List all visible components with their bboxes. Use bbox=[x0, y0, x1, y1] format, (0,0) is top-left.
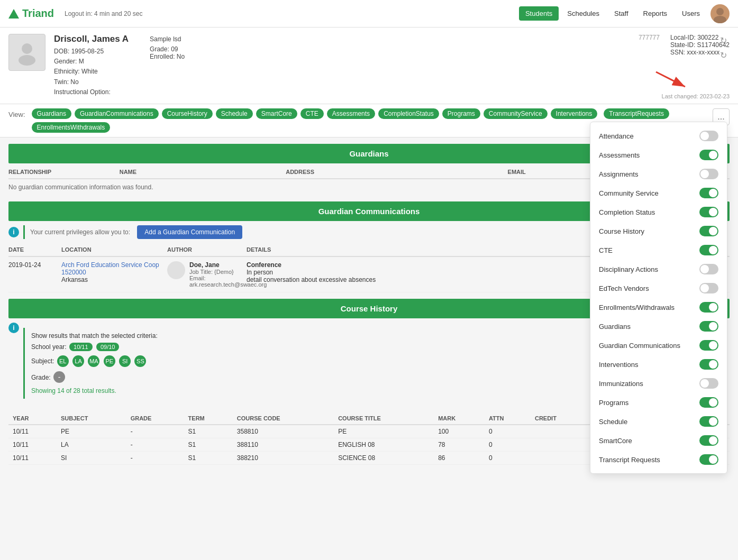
dropdown-item-interventions[interactable]: Interventions bbox=[590, 355, 727, 374]
dropdown-item-programs[interactable]: Programs bbox=[590, 393, 727, 412]
dropdown-item-immunizations[interactable]: Immunizations bbox=[590, 374, 727, 393]
tag-completion-status[interactable]: CompletionStatus bbox=[378, 108, 439, 119]
toggle-course-history[interactable] bbox=[699, 226, 718, 236]
dropdown-item-community-service[interactable]: Community Service bbox=[590, 183, 727, 203]
nav-staff[interactable]: Staff bbox=[608, 6, 635, 21]
row-mark-2: 86 bbox=[434, 451, 485, 464]
add-guardian-comm-button[interactable]: Add a Guardian Communication bbox=[137, 225, 242, 239]
row-grade-2: - bbox=[126, 451, 184, 464]
row-term-0: S1 bbox=[184, 425, 233, 438]
col-attn: Attn bbox=[485, 412, 531, 425]
dropdown-label-assessments: Assessments bbox=[599, 151, 640, 159]
nav-schedules[interactable]: Schedules bbox=[561, 6, 606, 21]
subject-la[interactable]: LA bbox=[72, 355, 84, 367]
dropdown-label-community-service: Community Service bbox=[599, 189, 659, 197]
school-year-badge-1[interactable]: 10/11 bbox=[69, 343, 93, 351]
profile-photo bbox=[8, 34, 45, 71]
toggle-enrollments[interactable] bbox=[699, 302, 718, 313]
tag-community-service[interactable]: CommunityService bbox=[484, 108, 548, 119]
subject-ss[interactable]: SS bbox=[134, 355, 146, 367]
row-year-2: 10/11 bbox=[8, 451, 57, 464]
nav-reports[interactable]: Reports bbox=[637, 6, 674, 21]
dropdown-item-completion-status[interactable]: Completion Status bbox=[590, 203, 727, 222]
dropdown-item-cte[interactable]: CTE bbox=[590, 241, 727, 260]
refresh-button-1[interactable]: ↻ bbox=[717, 34, 730, 47]
tag-schedule[interactable]: Schedule bbox=[216, 108, 253, 119]
comm-location-link[interactable]: Arch Ford Education Service Coop bbox=[61, 261, 159, 269]
subject-si[interactable]: SI bbox=[119, 355, 131, 367]
comm-col-date: Date bbox=[8, 246, 61, 253]
top-bar: Triand Logout in: 4 min and 20 sec Stude… bbox=[0, 0, 738, 27]
grade-label: Grade: bbox=[31, 374, 51, 381]
toggle-transcript-requests[interactable] bbox=[699, 454, 718, 465]
toggle-community-service[interactable] bbox=[699, 188, 718, 198]
toggle-interventions[interactable] bbox=[699, 359, 718, 370]
dropdown-item-enrollments[interactable]: Enrollments/Withdrawals bbox=[590, 298, 727, 317]
dropdown-item-transcript-requests[interactable]: Transcript Requests bbox=[590, 450, 727, 469]
tag-programs[interactable]: Programs bbox=[442, 108, 480, 119]
nav-users[interactable]: Users bbox=[676, 6, 706, 21]
comm-location: Arch Ford Education Service Coop 1520000… bbox=[61, 261, 167, 283]
guardians-col-relationship: Relationship bbox=[8, 169, 120, 175]
logo-text: Triand bbox=[22, 7, 54, 20]
row-grade-1: - bbox=[126, 438, 184, 451]
tag-transcript-requests[interactable]: TranscriptRequests bbox=[604, 108, 669, 119]
comm-col-author: Author bbox=[167, 246, 247, 253]
dropdown-item-disciplinary-actions[interactable]: Disciplinary Actions bbox=[590, 260, 727, 279]
dropdown-item-guardian-comms[interactable]: Guardian Communications bbox=[590, 336, 727, 355]
dropdown-item-attendance[interactable]: Attendance bbox=[590, 126, 727, 145]
dropdown-item-guardians[interactable]: Guardians bbox=[590, 317, 727, 336]
toggle-assessments[interactable] bbox=[699, 150, 718, 160]
subject-el[interactable]: EL bbox=[57, 355, 69, 367]
tag-guardians[interactable]: Guardians bbox=[32, 108, 71, 119]
subject-ma[interactable]: MA bbox=[88, 355, 99, 367]
avatar[interactable] bbox=[710, 4, 730, 23]
col-subject: Subject bbox=[57, 412, 126, 425]
grade-badge[interactable]: - bbox=[53, 371, 65, 383]
dropdown-label-transcript-requests: Transcript Requests bbox=[599, 456, 660, 464]
dropdown-label-disciplinary-actions: Disciplinary Actions bbox=[599, 265, 658, 273]
dropdown-item-course-history[interactable]: Course History bbox=[590, 222, 727, 241]
toggle-edtech-vendors[interactable] bbox=[699, 283, 718, 293]
profile-bar: Driscoll, James A DOB: 1995-08-25 Gender… bbox=[0, 27, 738, 104]
toggle-smartcore[interactable] bbox=[699, 435, 718, 446]
toggle-guardian-comms[interactable] bbox=[699, 340, 718, 351]
col-year: Year bbox=[8, 412, 57, 425]
row-mark-1: 78 bbox=[434, 438, 485, 451]
dropdown-item-assessments[interactable]: Assessments bbox=[590, 145, 727, 164]
toggle-assignments[interactable] bbox=[699, 169, 718, 179]
student-enrolled: Enrolled: No bbox=[150, 53, 185, 60]
dropdown-item-smartcore[interactable]: SmartCore bbox=[590, 431, 727, 450]
dropdown-item-assignments[interactable]: Assignments bbox=[590, 164, 727, 183]
main-nav: Students Schedules Staff Reports Users bbox=[519, 6, 706, 21]
school-year-badge-2[interactable]: 09/10 bbox=[96, 343, 120, 351]
toggle-immunizations[interactable] bbox=[699, 378, 718, 389]
row-attn-0: 0 bbox=[485, 425, 531, 438]
refresh-button-2[interactable]: ↻ bbox=[717, 49, 730, 61]
dropdown-item-edtech-vendors[interactable]: EdTech Vendors bbox=[590, 279, 727, 298]
tag-assessments[interactable]: Assessments bbox=[327, 108, 375, 119]
subject-pe[interactable]: PE bbox=[104, 355, 115, 367]
toggle-cte[interactable] bbox=[699, 245, 718, 255]
tag-course-history[interactable]: CourseHistory bbox=[162, 108, 213, 119]
row-mark-0: 100 bbox=[434, 425, 485, 438]
comm-location-state: Arkansas bbox=[61, 276, 88, 283]
row-subject-2: SI bbox=[57, 451, 126, 464]
dropdown-label-edtech-vendors: EdTech Vendors bbox=[599, 284, 649, 292]
row-subject-1: LA bbox=[57, 438, 126, 451]
toggle-programs[interactable] bbox=[699, 397, 718, 408]
col-grade: Grade bbox=[126, 412, 184, 425]
tag-smartcore[interactable]: SmartCore bbox=[256, 108, 297, 119]
toggle-guardians[interactable] bbox=[699, 321, 718, 332]
toggle-completion-status[interactable] bbox=[699, 207, 718, 217]
toggle-disciplinary-actions[interactable] bbox=[699, 264, 718, 274]
tag-guardian-comms[interactable]: GuardianCommunications bbox=[75, 108, 159, 119]
dropdown-item-schedule[interactable]: Schedule bbox=[590, 412, 727, 431]
tag-enrollments-withdrawals[interactable]: EnrollmentsWithdrawals bbox=[32, 122, 111, 133]
tag-cte[interactable]: CTE bbox=[300, 108, 324, 119]
nav-students[interactable]: Students bbox=[519, 6, 559, 21]
toggle-attendance[interactable] bbox=[699, 131, 718, 141]
tag-interventions[interactable]: Interventions bbox=[551, 108, 598, 119]
toggle-schedule[interactable] bbox=[699, 416, 718, 427]
dropdown-label-guardians: Guardians bbox=[599, 323, 631, 331]
